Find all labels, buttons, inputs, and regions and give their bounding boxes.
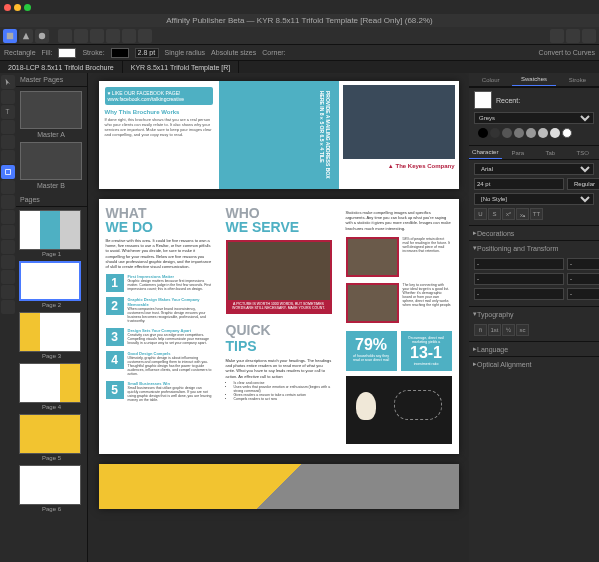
swatch-grey-1[interactable] <box>490 128 500 138</box>
photo-persona-button[interactable] <box>35 29 49 43</box>
colour-picker-tool[interactable] <box>1 270 15 284</box>
page-4-thumb[interactable]: Page 4 <box>19 363 84 410</box>
picture-frame-tool[interactable] <box>1 195 15 209</box>
title-bar: Affinity Publisher Beta — KYR 8.5x11 Tri… <box>0 14 599 27</box>
smallcaps-button[interactable]: sc <box>516 324 529 336</box>
positioning-section[interactable]: ▾ Positioning and Transform <box>469 241 599 255</box>
stroke-swatch[interactable] <box>111 48 129 58</box>
swatch-white[interactable] <box>562 128 572 138</box>
ordinals-button[interactable]: 1st <box>488 324 501 336</box>
node-tool[interactable] <box>1 90 15 104</box>
arrange-right-button[interactable] <box>90 29 104 43</box>
fill-colour-well[interactable] <box>474 91 492 109</box>
pen-tool[interactable] <box>1 150 15 164</box>
scale-x-input[interactable] <box>474 288 564 300</box>
window-controls <box>4 4 31 11</box>
master-b-thumb[interactable]: Master B <box>20 142 82 189</box>
stroke-tab[interactable]: Stroke <box>556 73 599 86</box>
colour-tab[interactable]: Colour <box>469 73 512 86</box>
page-2-thumb[interactable]: Page 2 <box>19 261 84 308</box>
move-tool[interactable] <box>1 75 15 89</box>
ligatures-button[interactable]: fi <box>474 324 487 336</box>
doc-tab-1[interactable]: 2018-LCP 8.5x11 Trifold Brochure <box>0 61 123 73</box>
close-window-button[interactable] <box>4 4 11 11</box>
swatch-grey-4[interactable] <box>526 128 536 138</box>
table-tool[interactable] <box>1 135 15 149</box>
arrange-middle-button[interactable] <box>122 29 136 43</box>
doc-tab-2[interactable]: KYR 8.5x11 Trifold Template [R] <box>123 61 239 73</box>
swatch-grey-2[interactable] <box>502 128 512 138</box>
character-tab[interactable]: Character <box>469 146 502 159</box>
place-image-tool[interactable] <box>1 210 15 224</box>
absolute-sizes-label[interactable]: Absolute sizes <box>211 49 256 56</box>
preview-button[interactable] <box>550 29 564 43</box>
arrange-top-button[interactable] <box>106 29 120 43</box>
zoom-tool[interactable] <box>1 285 15 299</box>
stroke-label: Stroke: <box>82 49 104 56</box>
pan-tool[interactable] <box>1 300 15 314</box>
tabstops-tab[interactable]: Tab <box>534 146 567 159</box>
font-weight-select[interactable]: Regular <box>567 178 599 190</box>
page-3-thumb[interactable]: Page 3 <box>19 312 84 359</box>
svg-marker-1 <box>23 32 29 38</box>
subscript-button[interactable]: x₂ <box>516 208 529 220</box>
fill-swatch[interactable] <box>58 48 76 58</box>
ellipse-tool[interactable] <box>1 180 15 194</box>
transparency-tool[interactable] <box>1 240 15 254</box>
superscript-button[interactable]: x² <box>502 208 515 220</box>
swatch-grid <box>474 124 594 142</box>
spread-page-2[interactable]: WHATWE DO Be creative with this area. It… <box>99 199 459 454</box>
vector-crop-tool[interactable] <box>1 255 15 269</box>
strikethrough-button[interactable]: S <box>488 208 501 220</box>
baseline-button[interactable] <box>566 29 580 43</box>
paragraph-tab[interactable]: Para <box>502 146 535 159</box>
decorations-section[interactable]: ▸ Decorations <box>469 226 599 240</box>
canvas[interactable]: ♥ LIKE OUR FACEBOOK PAGE!www.facebook.co… <box>88 73 469 562</box>
swatches-tab[interactable]: Swatches <box>512 73 555 86</box>
font-size-input[interactable] <box>474 178 564 190</box>
swatch-grey-3[interactable] <box>514 128 524 138</box>
arrange-left-button[interactable] <box>58 29 72 43</box>
page-1-thumb[interactable]: Page 1 <box>19 210 84 257</box>
chalkboard-image <box>346 376 452 444</box>
designer-persona-button[interactable] <box>19 29 33 43</box>
spread-page-3[interactable] <box>99 464 459 509</box>
text-style-select[interactable]: [No Style] <box>474 193 594 205</box>
underline-button[interactable]: U <box>474 208 487 220</box>
caps-button[interactable]: TT <box>530 208 543 220</box>
arrange-bottom-button[interactable] <box>138 29 152 43</box>
master-a-thumb[interactable]: Master A <box>20 91 82 138</box>
page-5-thumb[interactable]: Page 5 <box>19 414 84 461</box>
preflight-button[interactable] <box>582 29 596 43</box>
fractions-button[interactable]: ½ <box>502 324 515 336</box>
kerning-input[interactable] <box>567 258 599 270</box>
optical-alignment-section[interactable]: ▸ Optical Alignment <box>469 357 599 371</box>
typography-section[interactable]: ▾ Typography <box>469 307 599 321</box>
single-radius-label[interactable]: Single radius <box>165 49 205 56</box>
swatch-grey-5[interactable] <box>538 128 548 138</box>
language-section[interactable]: ▸ Language <box>469 342 599 356</box>
zoom-window-button[interactable] <box>24 4 31 11</box>
publisher-persona-button[interactable] <box>3 29 17 43</box>
convert-curves-button[interactable]: Convert to Curves <box>539 49 595 56</box>
minimize-window-button[interactable] <box>14 4 21 11</box>
arrange-center-button[interactable] <box>74 29 88 43</box>
tracking-input[interactable] <box>474 258 564 270</box>
tools-panel: T <box>0 73 16 562</box>
font-family-select[interactable]: Arial <box>474 163 594 175</box>
swatch-palette-select[interactable]: Greys <box>474 112 594 124</box>
tso-tab[interactable]: TSO <box>567 146 600 159</box>
frame-text-tool[interactable] <box>1 120 15 134</box>
fill-tool[interactable] <box>1 225 15 239</box>
what-heading: WHATWE DO <box>106 206 212 234</box>
text-tool[interactable]: T <box>1 105 15 119</box>
rectangle-tool[interactable] <box>1 165 15 179</box>
stroke-width-input[interactable] <box>135 48 159 58</box>
page-6-thumb[interactable]: Page 6 <box>19 465 84 512</box>
scale-y-input[interactable] <box>567 288 599 300</box>
leading-input[interactable] <box>567 273 599 285</box>
baseline-input[interactable] <box>474 273 564 285</box>
spread-page-1[interactable]: ♥ LIKE OUR FACEBOOK PAGE!www.facebook.co… <box>99 81 459 189</box>
swatch-grey-6[interactable] <box>550 128 560 138</box>
swatch-black[interactable] <box>478 128 488 138</box>
